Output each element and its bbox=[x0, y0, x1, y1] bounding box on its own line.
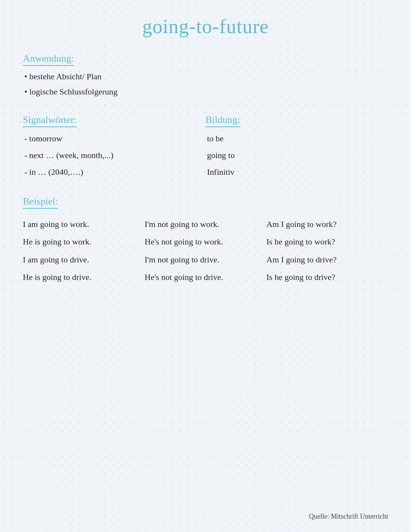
signal-item-1: - tomorrow bbox=[24, 130, 206, 147]
neg-2: He's not going to work. bbox=[145, 233, 266, 251]
aff-2: He is going to work. bbox=[23, 233, 145, 251]
signal-item-3: - in … (2040,….) bbox=[24, 164, 206, 181]
anwendung-section: Anwendung: bestehe Absicht/ Plan logisch… bbox=[23, 53, 388, 99]
q-3: Am I going to drive? bbox=[266, 251, 388, 268]
q-1: Am I going to work? bbox=[266, 216, 388, 233]
aff-1: I am going to work. bbox=[23, 216, 145, 233]
negative-col: I'm not going to work. He's not going to… bbox=[145, 215, 266, 287]
anwendung-item-1: bestehe Absicht/ Plan bbox=[24, 69, 388, 84]
page-title: going-to-future bbox=[23, 15, 388, 38]
bildung-item-1: to be bbox=[207, 130, 388, 147]
affirmative-col: I am going to work. He is going to work.… bbox=[23, 215, 145, 287]
anwendung-items: bestehe Absicht/ Plan logische Schlussfo… bbox=[23, 69, 388, 99]
beispiel-label: Beispiel: bbox=[23, 196, 58, 209]
bildung-label: Bildung: bbox=[206, 114, 240, 127]
neg-1: I'm not going to work. bbox=[145, 216, 266, 233]
two-col-section: Signalwörter: - tomorrow - next … (week,… bbox=[23, 114, 388, 181]
question-col: Am I going to work? Is he going to work?… bbox=[266, 215, 388, 287]
signal-item-2: - next … (week, month,...) bbox=[24, 147, 206, 164]
anwendung-item-2: logische Schlussfolgerung bbox=[24, 84, 388, 99]
beispiel-section: Beispiel: I am going to work. He is goin… bbox=[23, 196, 388, 287]
footer-source: Quelle: Mitschrift Unterricht bbox=[309, 513, 388, 521]
q-2: Is he going to work? bbox=[266, 233, 388, 251]
signalwoerter-items: - tomorrow - next … (week, month,...) - … bbox=[23, 130, 206, 181]
aff-3: I am going to drive. bbox=[23, 251, 145, 268]
aff-4: He is going to drive. bbox=[23, 268, 145, 286]
bildung-col: Bildung: to be going to Infinitiv bbox=[206, 114, 388, 181]
neg-3: I'm not going to drive. bbox=[145, 251, 266, 268]
anwendung-label: Anwendung: bbox=[23, 53, 74, 66]
q-4: Is he going to drive? bbox=[266, 268, 388, 286]
signalwoerter-label: Signalwörter: bbox=[23, 114, 77, 127]
neg-4: He's not going to drive. bbox=[145, 268, 266, 286]
beispiel-grid: I am going to work. He is going to work.… bbox=[23, 215, 388, 287]
signalwoerter-col: Signalwörter: - tomorrow - next … (week,… bbox=[23, 114, 206, 181]
bildung-items: to be going to Infinitiv bbox=[206, 130, 388, 181]
bildung-item-3: Infinitiv bbox=[207, 164, 388, 181]
bildung-item-2: going to bbox=[207, 147, 388, 164]
